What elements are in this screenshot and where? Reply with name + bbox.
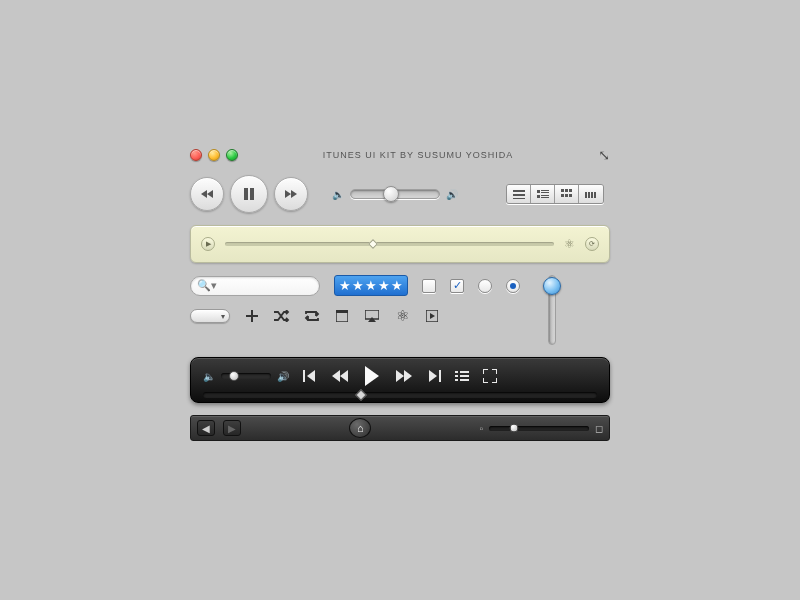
- view-coverflow-button[interactable]: [579, 185, 603, 203]
- svg-rect-8: [537, 195, 540, 198]
- dark-navbar: ◀ ▶ ⌂ ▫ ◻: [190, 415, 610, 441]
- play-boxed-icon[interactable]: [424, 308, 440, 324]
- svg-rect-5: [537, 190, 540, 193]
- volume-low-icon: 🔈: [203, 371, 215, 382]
- rewind-button[interactable]: [331, 370, 349, 382]
- star-icon: ★: [378, 278, 390, 293]
- nav-forward-button[interactable]: ▶: [223, 420, 241, 436]
- svg-rect-10: [541, 197, 549, 198]
- shuffle-icon[interactable]: [274, 308, 290, 324]
- svg-rect-28: [460, 371, 469, 373]
- svg-rect-32: [460, 379, 469, 381]
- svg-rect-4: [513, 198, 525, 199]
- volume-high-icon: 🔊: [277, 371, 289, 382]
- window-icon[interactable]: [334, 308, 350, 324]
- add-icon[interactable]: [244, 308, 260, 324]
- search-field[interactable]: 🔍▾: [190, 276, 320, 296]
- lcd-repeat-icon[interactable]: ⟳: [585, 237, 599, 251]
- svg-rect-31: [455, 379, 458, 381]
- atom-icon[interactable]: ⚛: [394, 308, 410, 324]
- view-grid-button[interactable]: [555, 185, 579, 203]
- svg-rect-19: [591, 192, 593, 198]
- kit-title: ITUNES UI KIT BY SUSUMU YOSHIDA: [323, 150, 514, 160]
- zoom-slider-knob[interactable]: [510, 424, 519, 433]
- volume-high-icon: 🔊: [446, 189, 458, 200]
- nav-back-button[interactable]: ◀: [197, 420, 215, 436]
- transport-row: 🔈 🔊: [190, 175, 610, 213]
- next-button[interactable]: [274, 177, 308, 211]
- svg-rect-9: [541, 195, 549, 196]
- checkbox-checked[interactable]: ✓: [450, 279, 464, 293]
- svg-rect-26: [439, 370, 441, 382]
- prev-track-button[interactable]: [303, 370, 317, 382]
- chevron-down-icon: ▾: [221, 312, 225, 321]
- dropdown-pill-button[interactable]: ▾: [190, 309, 230, 323]
- traffic-lights: [190, 149, 238, 161]
- volume-slider[interactable]: [350, 189, 440, 199]
- checkbox-unchecked[interactable]: [422, 279, 436, 293]
- volume-slider-knob[interactable]: [383, 186, 399, 202]
- svg-rect-15: [565, 194, 568, 197]
- title-row: ITUNES UI KIT BY SUSUMU YOSHIDA ⤢: [190, 147, 610, 163]
- close-window-button[interactable]: [190, 149, 202, 161]
- radio-selected[interactable]: [506, 279, 520, 293]
- svg-rect-13: [569, 189, 572, 192]
- svg-rect-6: [541, 190, 549, 191]
- controls-row-1: 🔍▾ ★ ★ ★ ★ ★ ✓ ▾: [190, 275, 610, 345]
- svg-rect-20: [594, 192, 596, 198]
- zoom-window-button[interactable]: [226, 149, 238, 161]
- dark-volume-knob[interactable]: [229, 371, 239, 381]
- pause-button[interactable]: [230, 175, 268, 213]
- previous-button[interactable]: [190, 177, 224, 211]
- svg-rect-7: [541, 192, 549, 193]
- vertical-slider[interactable]: [548, 275, 556, 345]
- svg-rect-18: [588, 192, 590, 198]
- vertical-slider-knob[interactable]: [543, 277, 561, 295]
- playlist-icon[interactable]: [455, 370, 469, 382]
- star-icon: ★: [365, 278, 377, 293]
- star-icon: ★: [352, 278, 364, 293]
- next-track-button[interactable]: [427, 370, 441, 382]
- lcd-progress-slider[interactable]: [225, 242, 554, 246]
- view-album-list-button[interactable]: [531, 185, 555, 203]
- zoom-slider-group: ▫ ◻: [479, 423, 603, 434]
- home-button[interactable]: ⌂: [349, 418, 371, 438]
- svg-rect-14: [561, 194, 564, 197]
- thumb-small-icon: ▫: [479, 423, 483, 434]
- svg-rect-3: [513, 194, 525, 196]
- minimize-window-button[interactable]: [208, 149, 220, 161]
- search-icon: 🔍▾: [197, 279, 217, 292]
- play-button[interactable]: [363, 366, 381, 386]
- dark-player-bar: 🔈 🔊: [190, 357, 610, 403]
- expand-icon[interactable]: ⤢: [598, 147, 610, 163]
- volume-low-icon: 🔈: [332, 189, 344, 200]
- view-list-button[interactable]: [507, 185, 531, 203]
- svg-rect-27: [455, 371, 458, 373]
- svg-rect-2: [513, 190, 525, 192]
- zoom-slider[interactable]: [489, 426, 589, 431]
- lcd-progress-knob[interactable]: [368, 239, 378, 249]
- visualizer-icon[interactable]: ⚛: [564, 237, 575, 251]
- repeat-icon[interactable]: [304, 308, 320, 324]
- lcd-play-icon[interactable]: ▶: [201, 237, 215, 251]
- dark-progress-knob[interactable]: [355, 389, 366, 400]
- dark-progress-slider[interactable]: [203, 392, 597, 398]
- view-mode-segmented: [506, 184, 604, 204]
- dark-volume-slider[interactable]: [221, 373, 271, 379]
- lcd-track-display: ▶ ⚛ ⟳: [190, 225, 610, 263]
- dark-volume-group: 🔈 🔊: [203, 371, 289, 382]
- airplay-icon[interactable]: [364, 308, 380, 324]
- fullscreen-icon[interactable]: [483, 369, 497, 383]
- star-icon: ★: [391, 278, 403, 293]
- star-icon: ★: [339, 278, 351, 293]
- svg-rect-12: [565, 189, 568, 192]
- svg-rect-29: [455, 375, 458, 377]
- search-input[interactable]: [221, 280, 301, 291]
- star-rating[interactable]: ★ ★ ★ ★ ★: [334, 275, 408, 296]
- svg-rect-30: [460, 375, 469, 377]
- ui-kit-panel: ITUNES UI KIT BY SUSUMU YOSHIDA ⤢ 🔈 🔊: [190, 147, 610, 453]
- thumb-large-icon: ◻: [595, 423, 603, 434]
- fast-forward-button[interactable]: [395, 370, 413, 382]
- radio-unselected[interactable]: [478, 279, 492, 293]
- svg-rect-22: [336, 310, 348, 313]
